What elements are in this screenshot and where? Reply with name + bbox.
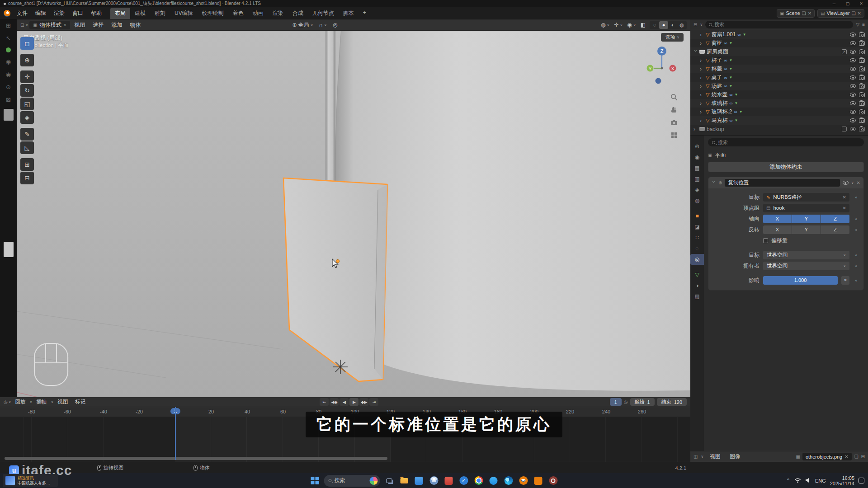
workspace-tab-rendering[interactable]: 渲染 [268,8,288,19]
hide-viewport-icon[interactable] [850,84,856,88]
menu-select[interactable]: 选择 [90,20,107,30]
obs-app-icon[interactable] [547,475,559,487]
tool-cursor[interactable]: ⊕ [20,54,34,66]
collapse-arrow-icon[interactable]: › [711,181,717,185]
menu-object[interactable]: 物体 [127,20,144,30]
tab-render-icon[interactable]: ◉ [690,152,704,163]
timeline-scrollbar[interactable] [5,457,387,460]
select-cursor-icon[interactable]: ↖ [6,35,11,42]
outliner-options-icon[interactable]: ≡ [862,22,865,27]
close-button[interactable]: ✕ [854,0,868,7]
disable-render-icon[interactable] [859,110,865,114]
constraint-enable-icon[interactable] [843,181,849,185]
workspace-tab-scripting[interactable]: 脚本 [339,8,359,19]
tab-scene-icon[interactable]: ◈ [690,184,704,195]
hide-viewport-icon[interactable] [850,118,856,122]
tool-extrude[interactable]: ⊟ [20,172,34,184]
unlink-scene-icon[interactable]: ✕ [808,11,811,16]
expand-arrow-icon[interactable]: › [700,92,704,98]
add-constraint-button[interactable]: 添加物体约束 [708,162,864,172]
menu-view[interactable]: 视图 [71,20,89,30]
workspace-tab-sculpting[interactable]: 雕刻 [150,8,170,19]
tool-select-box[interactable]: ◻ [20,37,34,50]
outliner-row[interactable]: › ▽ 马克杯 ∞ ▼ [690,116,868,125]
tool-transform[interactable]: ◈ [20,111,34,124]
disable-render-icon[interactable] [859,50,865,54]
editor-type-icon[interactable]: ⊞ [6,22,11,29]
shading-wireframe-icon[interactable]: ◌ [650,21,659,29]
tab-physics-icon[interactable]: ◌ [690,243,704,254]
tool-scale[interactable]: ◱ [20,98,34,110]
outliner-row[interactable]: › ▽ 玻璃杯.2 ∞ ▼ [690,108,868,116]
invert-x-button[interactable]: X [763,225,792,234]
menu-keying[interactable]: 插帧 [33,398,50,406]
clock-icon[interactable]: ◷ [624,399,628,404]
jump-to-start-button[interactable]: ⇤ [320,398,329,406]
remote-app-icon[interactable]: ✓ [458,475,470,487]
menu-add[interactable]: 添加 [108,20,126,30]
jump-to-end-button[interactable]: ⇥ [369,398,378,406]
owner-space-dropdown[interactable]: 世界空间 ∨ [763,262,849,270]
expand-arrow-icon[interactable]: › [700,83,704,89]
tab-modifiers-icon[interactable]: ◪ [690,221,704,232]
outliner-row[interactable]: › ▽ 玻璃杯 ∞ ▼ [690,99,868,108]
tab-object-icon[interactable]: ■ [690,211,704,221]
menu-render[interactable]: 渲染 [50,8,68,19]
menu-edit[interactable]: 编辑 [32,8,50,19]
menu-window[interactable]: 窗口 [69,8,87,19]
gizmos-dropdown[interactable]: ✛∨ [612,21,625,29]
transform-orientation[interactable]: ⊕ 全局 ∨ [290,21,316,29]
snap-toggle[interactable]: ∩ ∨ [316,21,329,29]
constraint-close-icon[interactable]: ✕ [857,180,860,185]
tab-viewlayer-icon[interactable]: ▥ [690,174,704,184]
tab-texture-icon[interactable]: ▨ [690,291,704,302]
tool-rotate[interactable]: ↻ [20,84,34,97]
animate-dot[interactable]: ∘ [853,278,859,283]
tool-move[interactable]: ✛ [20,70,34,83]
file-explorer-icon[interactable] [398,475,410,487]
disable-render-icon[interactable] [859,127,865,131]
hide-viewport-icon[interactable] [850,101,856,105]
proportional-editing-toggle[interactable]: ◎ [330,21,340,29]
mail-app-icon[interactable] [413,475,425,487]
disable-render-icon[interactable] [859,101,865,106]
unlink-image-icon[interactable]: ✕ [844,454,848,459]
workspace-tab-texturepaint[interactable]: 纹理绘制 [198,8,228,19]
tool-measure[interactable]: ◺ [20,141,34,154]
workspace-tab-add[interactable]: + [359,8,371,19]
start-button[interactable] [309,475,321,487]
outliner-collection-row[interactable]: › 厨房桌面 ✓ [690,47,868,56]
disable-render-icon[interactable] [859,118,865,123]
workspace-tab-compositing[interactable]: 合成 [288,8,308,19]
copy-viewlayer-icon[interactable]: ❏ [852,11,856,16]
workspace-tab-uv[interactable]: UV编辑 [170,8,198,19]
pan-hand-icon[interactable] [670,106,678,113]
tool-add-cube[interactable]: ⊞ [20,158,34,171]
menu-help[interactable]: 帮助 [87,8,105,19]
animate-dot[interactable]: ∘ [853,253,859,258]
chrome-icon[interactable] [473,475,485,487]
axis-x-button[interactable]: X [763,215,792,223]
editor-type-icon[interactable]: ◫ [693,454,698,459]
workspace-tab-geometrynodes[interactable]: 几何节点 [308,8,339,19]
menu-view[interactable]: 视图 [54,398,71,406]
workspace-tab-shading[interactable]: 着色 [228,8,248,19]
hide-viewport-icon[interactable] [850,93,856,97]
options-dropdown[interactable]: 选项∨ [661,33,684,42]
constraint-extras-icon[interactable]: ∨ [851,181,854,185]
gesture-icon[interactable]: ⊙ [6,84,11,90]
contacts-app-icon[interactable] [428,475,440,487]
task-view-button[interactable] [383,475,395,487]
hide-viewport-icon[interactable] [850,67,856,71]
gesture-icon[interactable]: ◉ [6,58,11,65]
blender-app-icon[interactable] [518,475,529,487]
tab-particles-icon[interactable]: ∷ [690,232,704,243]
clock[interactable]: 16:05 2025/11/14 [830,475,854,486]
constraint-header[interactable]: › ⊕ 复制位置 ∨ ✕ [708,177,863,188]
constraint-name-field[interactable]: 复制位置 [725,179,840,187]
disable-render-icon[interactable] [859,41,865,46]
next-keyframe-button[interactable]: ◆▶ [359,398,368,406]
mode-selector[interactable]: ▣ 物体模式 ∨ [29,21,70,29]
wifi-icon[interactable] [794,478,801,484]
remove-viewlayer-icon[interactable]: ✕ [858,11,861,16]
